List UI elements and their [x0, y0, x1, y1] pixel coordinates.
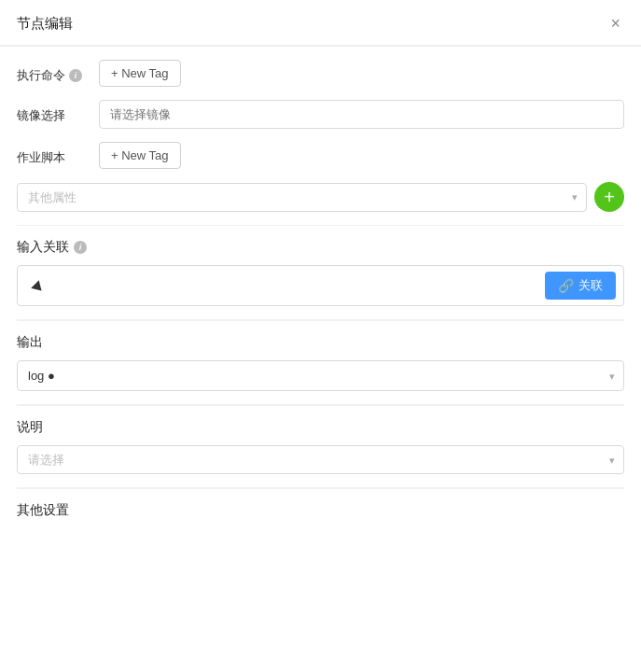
modal-body: 执行命令 i + New Tag 镜像选择 作业脚本 + New Tag	[0, 60, 641, 541]
close-button[interactable]: ×	[606, 13, 624, 34]
link-icon: 🔗	[558, 278, 574, 293]
other-settings-section: 其他设置	[17, 489, 624, 541]
output-section: 输出 log ● ▾	[17, 321, 624, 405]
execute-command-label: 执行命令 i	[17, 60, 99, 84]
other-props-select[interactable]: 其他属性	[17, 183, 587, 212]
image-select-row: 镜像选择	[17, 100, 624, 129]
link-button[interactable]: 🔗 关联	[545, 272, 616, 300]
cursor-icon	[31, 280, 46, 295]
other-props-row: 其他属性 ▾ +	[17, 182, 624, 212]
description-title: 说明	[17, 419, 624, 436]
output-select-wrapper: log ● ▾	[17, 360, 624, 391]
description-select-wrapper: 请选择 ▾	[17, 445, 624, 474]
description-select[interactable]: 请选择	[17, 445, 624, 474]
output-select[interactable]: log ●	[17, 360, 624, 391]
other-props-select-wrapper: 其他属性 ▾	[17, 183, 587, 212]
link-btn-label: 关联	[578, 277, 603, 294]
execute-command-info-icon: i	[69, 69, 82, 82]
modal-title: 节点编辑	[17, 15, 73, 33]
execute-command-new-tag-button[interactable]: + New Tag	[99, 60, 181, 87]
top-divider	[0, 46, 641, 47]
input-link-title: 输入关联 i	[17, 239, 624, 256]
node-edit-modal: 节点编辑 × 执行命令 i + New Tag 镜像选择 作	[0, 0, 641, 672]
modal-header: 节点编辑 ×	[0, 0, 641, 46]
input-link-info-icon: i	[74, 241, 87, 254]
work-script-label: 作业脚本	[17, 142, 99, 166]
link-area: 🔗 关联	[17, 265, 624, 306]
input-link-section: 输入关联 i 🔗 关联	[17, 226, 624, 320]
execute-command-content: + New Tag	[99, 60, 624, 87]
output-title: 输出	[17, 334, 624, 351]
image-select-label: 镜像选择	[17, 100, 99, 124]
work-script-new-tag-button[interactable]: + New Tag	[99, 142, 181, 169]
description-section: 说明 请选择 ▾	[17, 406, 624, 488]
other-settings-title: 其他设置	[17, 502, 624, 519]
work-script-content: + New Tag	[99, 142, 624, 169]
image-select-input[interactable]	[99, 100, 624, 129]
image-select-content	[99, 100, 624, 129]
other-props-add-button[interactable]: +	[594, 182, 624, 212]
work-script-row: 作业脚本 + New Tag	[17, 142, 624, 169]
execute-command-row: 执行命令 i + New Tag	[17, 60, 624, 87]
